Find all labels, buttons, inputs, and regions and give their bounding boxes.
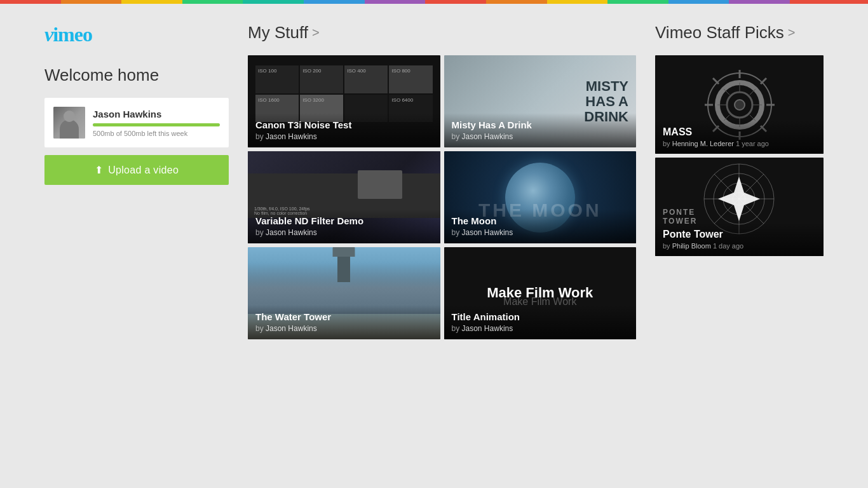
staff-picks-title: Vimeo Staff Picks	[655, 23, 784, 43]
my-stuff-grid: ISO 100 ISO 200 ISO 400 ISO 800 ISO 1600…	[248, 55, 636, 339]
staff-author-ponte: by Philip Bloom 1 day ago	[663, 242, 816, 250]
video-misty[interactable]: MISTYHAS ADRINK Misty Has A Drink by Jas…	[444, 55, 637, 147]
video-author-moon: by Jason Hawkins	[452, 228, 629, 237]
video-author-water: by Jason Hawkins	[255, 324, 433, 333]
video-author-nd: by Jason Hawkins	[255, 228, 433, 237]
upload-label: Upload a video	[108, 165, 179, 176]
staff-picks-panel: Vimeo Staff Picks >	[655, 23, 824, 475]
video-nd[interactable]: 1/30th, f/4.0, ISO 100, 24fpsNo film, no…	[248, 151, 440, 243]
svg-marker-28	[718, 177, 760, 221]
svg-point-3	[735, 100, 745, 110]
video-moon[interactable]: THE MOON The Moon by Jason Hawkins	[444, 151, 637, 243]
my-stuff-header: My Stuff >	[248, 23, 636, 43]
video-title-moon: The Moon	[452, 215, 629, 226]
video-title-ta: Title Animation	[452, 311, 629, 322]
staff-picks-grid: MASS by Henning M. Lederer 1 year ago	[655, 55, 824, 256]
video-title-nd: Variable ND Filter Demo	[255, 215, 433, 226]
user-card: Jason Hawkins 500mb of 500mb left this w…	[44, 98, 229, 147]
staff-title-mass: MASS	[663, 126, 816, 138]
staff-picks-header: Vimeo Staff Picks >	[655, 23, 824, 43]
video-canon[interactable]: ISO 100 ISO 200 ISO 400 ISO 800 ISO 1600…	[248, 55, 440, 147]
upload-icon: ⬆	[95, 164, 103, 176]
storage-text: 500mb of 500mb left this week	[93, 130, 220, 137]
my-stuff-title: My Stuff	[248, 23, 308, 43]
avatar	[53, 107, 85, 139]
my-stuff-chevron[interactable]: >	[312, 25, 320, 40]
user-name: Jason Hawkins	[93, 109, 220, 119]
video-author-ta: by Jason Hawkins	[452, 324, 629, 333]
storage-progress-fill	[93, 123, 220, 126]
welcome-title: Welcome home	[44, 65, 229, 85]
upload-button[interactable]: ⬆ Upload a video	[44, 155, 229, 185]
video-water[interactable]: The Water Tower by Jason Hawkins	[248, 247, 440, 339]
staff-title-ponte: Ponte Tower	[663, 229, 816, 240]
video-title-misty: Misty Has A Drink	[452, 119, 629, 130]
vimeo-logo: vimeo	[44, 23, 229, 46]
video-author-canon: by Jason Hawkins	[255, 132, 433, 141]
storage-progress-bar	[93, 123, 220, 126]
left-panel: vimeo Welcome home Jason Hawkins 500mb o…	[44, 23, 229, 475]
video-author-misty: by Jason Hawkins	[452, 132, 629, 141]
staff-picks-chevron[interactable]: >	[788, 25, 796, 40]
my-stuff-panel: My Stuff > ISO 100 ISO 200 ISO 400 ISO 8…	[248, 23, 636, 475]
user-info: Jason Hawkins 500mb of 500mb left this w…	[93, 109, 220, 137]
video-title-anim[interactable]: Make Film Work Make Film Work Title Anim…	[444, 247, 637, 339]
staff-mass[interactable]: MASS by Henning M. Lederer 1 year ago	[655, 55, 824, 154]
staff-ponte[interactable]: PONTETOWER Ponte Tower by Philip Bloom 1…	[655, 158, 824, 256]
video-title-canon: Canon T3i Noise Test	[255, 119, 433, 130]
staff-author-mass: by Henning M. Lederer 1 year ago	[663, 140, 816, 147]
video-title-water: The Water Tower	[255, 311, 433, 322]
